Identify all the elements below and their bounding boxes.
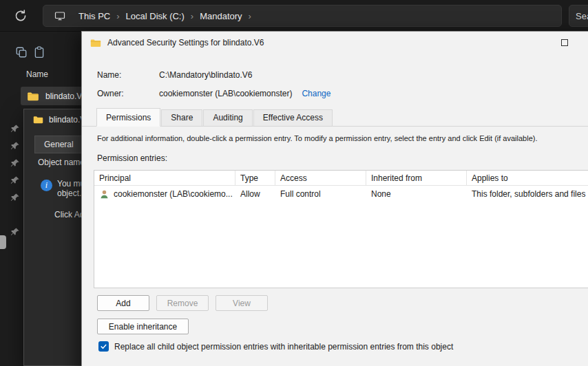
nav-scroll-indicator xyxy=(0,235,6,249)
column-header-applies-to[interactable]: Applies to xyxy=(467,171,588,185)
tab-permissions[interactable]: Permissions xyxy=(96,108,160,127)
column-header-type[interactable]: Type xyxy=(235,171,275,185)
table-row[interactable]: cookiemonster (LAB\cookiemo... Allow Ful… xyxy=(94,186,588,202)
refresh-icon[interactable] xyxy=(14,9,28,23)
remove-button[interactable]: Remove xyxy=(156,295,209,311)
name-field-row: Name: C:\Mandatory\blindato.V6 xyxy=(97,70,252,80)
cell-type: Allow xyxy=(235,189,275,199)
info-text-line2: object. xyxy=(57,189,81,198)
tab-effective-access[interactable]: Effective Access xyxy=(253,109,333,126)
table-header-row: Principal Type Access Inherited from App… xyxy=(94,171,588,186)
search-text: Sea xyxy=(576,11,588,21)
this-pc-icon xyxy=(48,10,72,21)
column-header-name[interactable]: Name xyxy=(26,69,48,79)
hint-text: Click Ad xyxy=(54,210,84,219)
permission-entries-table: Principal Type Access Inherited from App… xyxy=(94,170,588,288)
dialog-title: Advanced Security Settings for blindato.… xyxy=(107,38,264,47)
column-header-principal[interactable]: Principal xyxy=(94,171,235,185)
paste-icon[interactable] xyxy=(33,46,45,58)
folder-icon xyxy=(27,92,39,101)
copy-icon[interactable] xyxy=(15,46,28,58)
address-bar[interactable]: This PC › Local Disk (C:) › Mandatory › xyxy=(43,5,562,27)
breadcrumb-mandatory[interactable]: Mandatory xyxy=(193,11,248,21)
permission-entries-label: Permission entries: xyxy=(97,153,167,163)
replace-permissions-row: Replace all child object permission entr… xyxy=(98,341,453,352)
name-value: C:\Mandatory\blindato.V6 xyxy=(159,70,252,80)
cell-access: Full control xyxy=(275,189,366,199)
instruction-text: For additional information, double-click… xyxy=(97,134,588,142)
maximize-button[interactable] xyxy=(549,32,580,53)
tab-auditing[interactable]: Auditing xyxy=(203,109,252,126)
add-button[interactable]: Add xyxy=(97,295,149,311)
pinned-nav-item pin-icon[interactable] xyxy=(10,124,20,133)
dialog-titlebar[interactable]: Advanced Security Settings for blindato.… xyxy=(82,32,588,54)
replace-permissions-label: Replace all child object permission entr… xyxy=(114,342,453,352)
tab-share[interactable]: Share xyxy=(161,109,202,126)
pinned-nav-item pin-icon[interactable] xyxy=(10,141,20,151)
enable-inheritance-button[interactable]: Enable inheritance xyxy=(97,319,189,334)
replace-permissions-checkbox[interactable] xyxy=(98,341,109,352)
pinned-nav-item pin-icon[interactable] xyxy=(10,158,20,168)
advanced-security-dialog: Advanced Security Settings for blindato.… xyxy=(81,31,588,366)
breadcrumb-local-disk-c[interactable]: Local Disk (C:) xyxy=(120,11,191,21)
column-header-inherited-from[interactable]: Inherited from xyxy=(366,171,467,185)
change-owner-link[interactable]: Change xyxy=(302,89,330,98)
object-name-label: Object name: xyxy=(38,158,87,167)
cell-inherited-from: None xyxy=(366,189,467,199)
chevron-right-icon: › xyxy=(249,11,251,21)
maximize-icon xyxy=(561,39,568,46)
pinned-nav-item pin-icon[interactable] xyxy=(10,193,20,202)
cell-principal: cookiemonster (LAB\cookiemo... xyxy=(94,189,235,200)
search-input[interactable]: Sea xyxy=(569,5,588,27)
dialog-tabs: Permissions Share Auditing Effective Acc… xyxy=(82,109,588,127)
folder-icon xyxy=(33,116,43,124)
tab-general[interactable]: General xyxy=(34,136,83,153)
user-icon xyxy=(99,189,109,200)
breadcrumb-this-pc[interactable]: This PC xyxy=(72,11,116,21)
column-header-access[interactable]: Access xyxy=(275,171,366,185)
name-label: Name: xyxy=(97,70,159,80)
info-icon: i xyxy=(41,180,52,191)
owner-field-row: Owner: cookiemonster (LAB\cookiemonster)… xyxy=(97,89,330,98)
owner-value: cookiemonster (LAB\cookiemonster) xyxy=(159,89,292,98)
pinned-nav-item pin-icon[interactable] xyxy=(10,227,20,237)
explorer-address-toolbar: This PC › Local Disk (C:) › Mandatory › … xyxy=(0,0,588,32)
view-button[interactable]: View xyxy=(216,295,268,311)
cell-applies-to: This folder, subfolders and files xyxy=(467,189,588,199)
pinned-nav-item pin-icon[interactable] xyxy=(10,175,20,185)
folder-icon xyxy=(90,39,101,47)
owner-label: Owner: xyxy=(97,89,159,98)
